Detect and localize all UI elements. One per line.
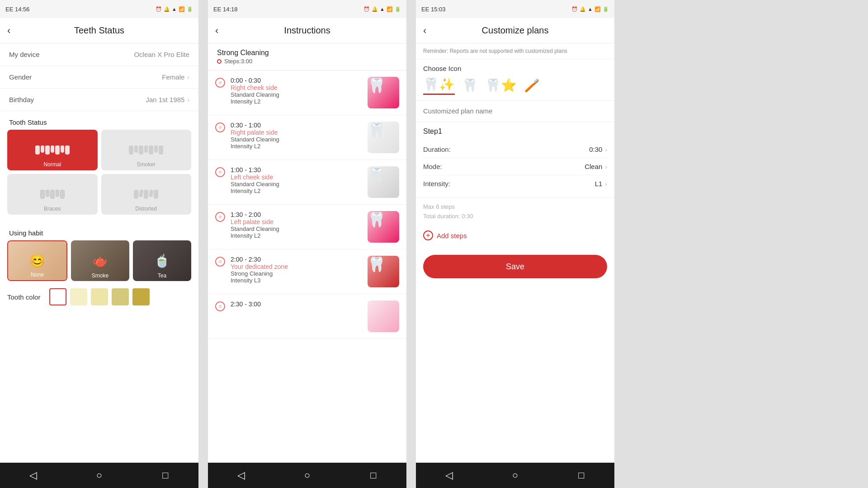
instruction-img-1: 🦷 (368, 122, 399, 153)
back-button-2[interactable]: ‹ (215, 25, 218, 37)
tooth-card-braces[interactable]: Braces (7, 174, 98, 215)
customize-content: Reminder: Reports are not supported with… (416, 43, 614, 463)
clock-icon-3: ⏱ (215, 212, 225, 222)
birthday-value: Jan 1st 1985 › (146, 96, 189, 103)
instruction-item-0: ⏱ 0:00 - 0:30 Right cheek side Standard … (208, 70, 406, 115)
customize-plans-panel: EE 15:03 ⏰ 🔔 ▲ 📶 🔋 ‹ Customize plans Rem… (416, 0, 615, 488)
clock-icon-0: ⏱ (215, 78, 225, 88)
brush-icon: 🪥 (524, 78, 540, 94)
home-nav-icon[interactable]: ○ (85, 466, 113, 484)
instruction-intensity-4: Intensity L3 (231, 277, 362, 284)
status-bar-2: EE 14:18 ⏰ 🔔 ▲ 📶 🔋 (208, 0, 406, 18)
tooth-card-smoker[interactable]: Smoker (101, 130, 192, 170)
instruction-time-5: 2:30 - 3:00 (231, 300, 362, 308)
habit-none[interactable]: 😊 None (7, 240, 67, 281)
clock-icon-4: ⏱ (215, 257, 225, 267)
duration-value[interactable]: 0:30 › (589, 145, 607, 153)
icon-option-tooth-plus[interactable]: 🦷✨ (423, 77, 455, 95)
color-swatch-dark-yellow[interactable] (112, 288, 129, 305)
save-button[interactable]: Save (423, 255, 607, 278)
background-filler (615, 0, 868, 488)
home-nav-icon-2[interactable]: ○ (293, 466, 321, 484)
status-left-1: EE 14:56 (5, 6, 30, 13)
instruction-item-2: ⏱ 1:00 - 1:30 Left cheek side Standard C… (208, 160, 406, 205)
bottom-nav-3: ◁ ○ □ (416, 463, 614, 488)
status-carrier-2: EE 14:18 (213, 6, 238, 13)
page-title-3: Customize plans (482, 25, 549, 36)
habit-tea[interactable]: 🍵 Tea (133, 240, 191, 281)
color-swatch-yellow[interactable] (91, 288, 108, 305)
instruction-mode-1: Standard Cleaning (231, 136, 362, 143)
back-nav-icon-2[interactable]: ◁ (227, 466, 255, 484)
instruction-zone-3: Left palate side (231, 218, 362, 225)
tooth-card-distorted[interactable]: Distorted (101, 174, 192, 215)
tooth-plain-icon: 🦷 (462, 78, 478, 94)
tooth-color-section: Tooth color (0, 288, 198, 314)
instruction-text-2: 1:00 - 1:30 Left cheek side Standard Cle… (231, 166, 362, 194)
instruction-item-5: ⏱ 2:30 - 3:00 (208, 294, 406, 339)
home-nav-icon-3[interactable]: ○ (501, 466, 528, 484)
step-duration-row[interactable]: Duration: 0:30 › (423, 141, 607, 158)
tooth-status-grid: Normal Smoker (0, 130, 198, 222)
instruction-time-3: 1:30 - 2:00 (231, 211, 362, 218)
duration-chevron-icon: › (605, 146, 607, 153)
choose-icon-label: Choose Icon (423, 65, 607, 72)
recents-nav-icon[interactable]: □ (152, 466, 179, 484)
icon-row: 🦷✨ 🦷 🦷⭐ 🪥 (423, 77, 607, 95)
tooth-card-normal[interactable]: Normal (7, 130, 98, 170)
instruction-text-4: 2:00 - 2:30 Your dedicated zone Strong C… (231, 256, 362, 284)
steps-label: Steps:3:00 (224, 58, 252, 65)
steps-dot-icon (217, 59, 222, 64)
icon-option-brush[interactable]: 🪥 (524, 78, 540, 94)
recents-nav-icon-3[interactable]: □ (568, 466, 595, 484)
instruction-zone-4: Your dedicated zone (231, 263, 362, 270)
recents-nav-icon-2[interactable]: □ (360, 466, 387, 484)
intensity-value[interactable]: L1 › (595, 180, 607, 188)
gender-label: Gender (9, 73, 32, 81)
bottom-nav-1: ◁ ○ □ (0, 463, 198, 488)
tea-emoji-icon: 🍵 (154, 253, 170, 268)
gender-row[interactable]: Gender Female › (0, 66, 198, 89)
clock-icon-1: ⏱ (215, 122, 225, 132)
instruction-mode-2: Standard Cleaning (231, 181, 362, 188)
icon-option-tooth-star[interactable]: 🦷⭐ (485, 78, 517, 94)
instruction-intensity-1: Intensity L2 (231, 143, 362, 150)
total-duration-info: Total duration: 0:30 (416, 212, 614, 225)
instruction-item-3: ⏱ 1:30 - 2:00 Left palate side Standard … (208, 205, 406, 249)
instruction-intensity-3: Intensity L2 (231, 232, 362, 239)
mode-value[interactable]: Clean › (585, 163, 607, 170)
instruction-mode-3: Standard Cleaning (231, 225, 362, 232)
tooth-plus-icon: 🦷✨ (423, 77, 455, 95)
icon-option-tooth-plain[interactable]: 🦷 (462, 78, 478, 94)
page-title-2: Instructions (284, 25, 330, 36)
step-intensity-row[interactable]: Intensity: L1 › (423, 175, 607, 192)
back-button-1[interactable]: ‹ (7, 25, 10, 37)
instruction-img-5 (368, 300, 399, 332)
instruction-text-1: 0:30 - 1:00 Right palate side Standard C… (231, 122, 362, 150)
back-nav-icon-3[interactable]: ◁ (435, 466, 462, 484)
back-nav-icon[interactable]: ◁ (19, 466, 47, 484)
instruction-zone-1: Right palate side (231, 129, 362, 136)
intensity-chevron-icon: › (605, 180, 607, 188)
birthday-row[interactable]: Birthday Jan 1st 1985 › (0, 89, 198, 111)
step-mode-row[interactable]: Mode: Clean › (423, 158, 607, 175)
birthday-chevron-icon: › (187, 96, 189, 103)
instruction-time-0: 0:00 - 0:30 (231, 77, 362, 84)
teeth-status-header: ‹ Teeth Status (0, 18, 198, 43)
add-steps-button[interactable]: + Add steps (416, 225, 614, 246)
color-swatch-light-yellow[interactable] (70, 288, 87, 305)
plan-name-input[interactable] (423, 107, 607, 115)
habit-smoke[interactable]: 🫖 Smoke (71, 240, 129, 281)
instruction-item-1: ⏱ 0:30 - 1:00 Right palate side Standard… (208, 115, 406, 160)
instruction-text-3: 1:30 - 2:00 Left palate side Standard Cl… (231, 211, 362, 239)
habit-smoke-label: Smoke (71, 272, 129, 279)
tooth-star-icon: 🦷⭐ (485, 78, 517, 94)
color-swatch-white[interactable] (49, 288, 66, 305)
back-button-3[interactable]: ‹ (423, 25, 426, 37)
bottom-nav-2: ◁ ○ □ (208, 463, 406, 488)
color-swatch-gold[interactable] (132, 288, 150, 305)
reminder-text: Reminder: Reports are not supported with… (416, 43, 614, 59)
instruction-img-0: 🦷 (368, 77, 399, 108)
intensity-label: Intensity: (423, 180, 450, 188)
status-right-2: ⏰ 🔔 ▲ 📶 🔋 (363, 6, 401, 12)
